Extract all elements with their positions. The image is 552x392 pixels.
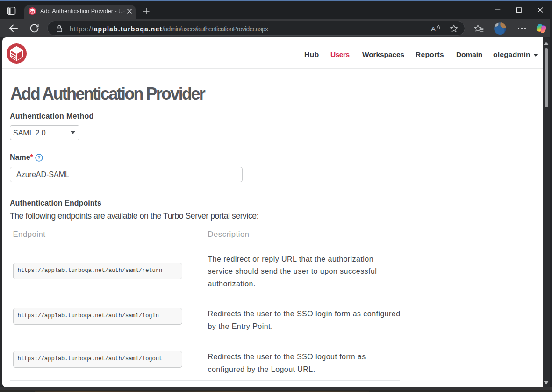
svg-text:?: ? (37, 155, 40, 160)
svg-text:A: A (431, 25, 436, 33)
